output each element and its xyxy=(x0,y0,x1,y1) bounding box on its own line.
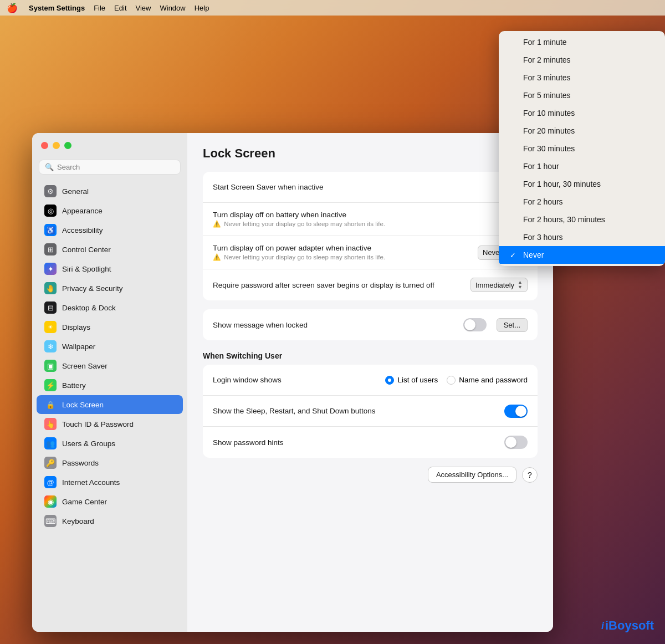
dropdown-item-for-20-minutes[interactable]: For 20 minutes xyxy=(499,122,665,140)
sidebar-icon-displays: ☀ xyxy=(44,321,57,333)
sidebar-label-screen-saver: Screen Saver xyxy=(62,362,108,370)
menu-view[interactable]: View xyxy=(136,4,151,12)
radio-list-users-label: List of users xyxy=(397,376,438,384)
system-settings-window: 🔍 ⚙ General ◎ Appearance ♿ Accessibility… xyxy=(32,133,553,632)
sidebar-label-desktop-dock: Desktop & Dock xyxy=(62,304,116,312)
maximize-button[interactable] xyxy=(64,142,71,149)
dropdown-item-for-1-hour[interactable]: For 1 hour xyxy=(499,157,665,175)
close-button[interactable] xyxy=(41,142,48,149)
dropdown-item-for-10-minutes[interactable]: For 10 minutes xyxy=(499,104,665,122)
login-window-radio-group: List of users Name and password xyxy=(385,376,528,385)
dropdown-check-icon: ✓ xyxy=(510,251,519,259)
sidebar-item-control-center[interactable]: ⊞ Control Center xyxy=(37,240,183,259)
sidebar-icon-touch-id: 👆 xyxy=(44,418,57,430)
password-hints-toggle[interactable] xyxy=(504,436,528,449)
sidebar-item-keyboard[interactable]: ⌨ Keyboard xyxy=(37,512,183,530)
minimize-button[interactable] xyxy=(53,142,60,149)
menu-file[interactable]: File xyxy=(94,4,105,12)
dropdown-item-for-1-hour,-30-minutes[interactable]: For 1 hour, 30 minutes xyxy=(499,175,665,193)
show-message-toggle[interactable] xyxy=(463,318,487,331)
sidebar-icon-appearance: ◎ xyxy=(44,205,57,217)
sidebar-item-lock-screen[interactable]: 🔒 Lock Screen xyxy=(37,395,183,414)
sidebar-icon-accessibility: ♿ xyxy=(44,224,57,236)
sidebar-label-lock-screen: Lock Screen xyxy=(62,401,104,409)
dropdown-item-never[interactable]: ✓ Never xyxy=(499,246,665,264)
show-message-label: Show message when locked xyxy=(213,321,463,329)
switching-user-title: When Switching User xyxy=(203,351,538,360)
sidebar-label-passwords: Passwords xyxy=(62,459,99,467)
sidebar-item-appearance[interactable]: ◎ Appearance xyxy=(37,201,183,220)
sidebar-icon-battery: ⚡ xyxy=(44,379,57,391)
sidebar-item-general[interactable]: ⚙ General xyxy=(37,182,183,201)
sidebar-label-game-center: Game Center xyxy=(62,498,107,506)
screen-saver-label: Start Screen Saver when inactive xyxy=(213,183,528,191)
sidebar-item-passwords[interactable]: 🔑 Passwords xyxy=(37,453,183,472)
watermark-text: iBoysoft xyxy=(605,619,654,633)
sleep-restart-row: Show the Sleep, Restart, and Shut Down b… xyxy=(203,396,538,427)
time-dropdown-menu[interactable]: For 1 minute For 2 minutes For 3 minutes… xyxy=(499,31,665,266)
sidebar-item-screen-saver[interactable]: ▣ Screen Saver xyxy=(37,356,183,375)
sidebar: 🔍 ⚙ General ◎ Appearance ♿ Accessibility… xyxy=(32,133,187,632)
dropdown-item-for-2-hours,-30-minutes[interactable]: For 2 hours, 30 minutes xyxy=(499,211,665,228)
radio-list-users-circle xyxy=(385,376,394,385)
sidebar-label-internet-accounts: Internet Accounts xyxy=(62,478,120,487)
warning-icon-2: ⚠️ xyxy=(213,254,221,260)
sidebar-label-appearance: Appearance xyxy=(62,207,103,215)
require-password-label: Require password after screen saver begi… xyxy=(213,281,470,289)
require-password-row: Require password after screen saver begi… xyxy=(203,269,538,300)
dropdown-item-for-30-minutes[interactable]: For 30 minutes xyxy=(499,140,665,157)
sidebar-item-game-center[interactable]: ◉ Game Center xyxy=(37,492,183,511)
menu-edit[interactable]: Edit xyxy=(114,4,126,12)
switching-user-section: Login window shows List of users Name an… xyxy=(203,365,538,458)
radio-name-password-label: Name and password xyxy=(459,376,528,384)
apple-menu-icon[interactable]: 🍎 xyxy=(7,3,18,13)
sidebar-item-desktop-dock[interactable]: ⊟ Desktop & Dock xyxy=(37,298,183,317)
menu-window[interactable]: Window xyxy=(160,4,185,12)
dropdown-item-for-3-minutes[interactable]: For 3 minutes xyxy=(499,69,665,86)
sidebar-icon-siri-spotlight: ✦ xyxy=(44,263,57,275)
radio-name-password[interactable]: Name and password xyxy=(447,376,528,385)
sidebar-item-users-groups[interactable]: 👥 Users & Groups xyxy=(37,434,183,453)
sidebar-item-wallpaper[interactable]: ❄ Wallpaper xyxy=(37,337,183,356)
sidebar-label-keyboard: Keyboard xyxy=(62,517,94,525)
dropdown-item-for-3-hours[interactable]: For 3 hours xyxy=(499,228,665,246)
sidebar-icon-passwords: 🔑 xyxy=(44,457,57,469)
search-box[interactable]: 🔍 xyxy=(39,160,181,175)
password-hints-toggle-knob xyxy=(505,437,516,448)
search-icon: 🔍 xyxy=(45,163,54,171)
sidebar-icon-game-center: ◉ xyxy=(44,495,57,508)
require-password-value: Immediately xyxy=(475,281,514,289)
sidebar-item-touch-id[interactable]: 👆 Touch ID & Password xyxy=(37,415,183,433)
help-button[interactable]: ? xyxy=(522,467,538,483)
sidebar-item-privacy-security[interactable]: 🤚 Privacy & Security xyxy=(37,279,183,298)
search-input[interactable] xyxy=(57,163,175,171)
dropdown-item-label: For 20 minutes xyxy=(523,126,575,135)
menu-system-settings[interactable]: System Settings xyxy=(29,4,85,12)
dropdown-item-label: For 3 minutes xyxy=(523,73,571,82)
sidebar-item-accessibility[interactable]: ♿ Accessibility xyxy=(37,221,183,239)
sidebar-item-displays[interactable]: ☀ Displays xyxy=(37,318,183,336)
sidebar-icon-desktop-dock: ⊟ xyxy=(44,301,57,314)
sleep-restart-label: Show the Sleep, Restart, and Shut Down b… xyxy=(213,407,504,415)
sidebar-item-battery[interactable]: ⚡ Battery xyxy=(37,376,183,395)
radio-list-users[interactable]: List of users xyxy=(385,376,438,385)
show-message-row: Show message when locked Set... xyxy=(203,309,538,340)
sidebar-items-list: ⚙ General ◎ Appearance ♿ Accessibility ⊞… xyxy=(32,181,187,531)
sidebar-item-siri-spotlight[interactable]: ✦ Siri & Spotlight xyxy=(37,259,183,278)
require-password-stepper[interactable]: Immediately ▲ ▼ xyxy=(470,278,528,292)
dropdown-item-for-5-minutes[interactable]: For 5 minutes xyxy=(499,86,665,104)
dropdown-item-label: For 30 minutes xyxy=(523,144,575,153)
dropdown-item-for-2-minutes[interactable]: For 2 minutes xyxy=(499,51,665,69)
dropdown-item-label: For 1 minute xyxy=(523,38,567,47)
accessibility-options-button[interactable]: Accessibility Options... xyxy=(428,467,516,483)
stepper-arrows-2: ▲ ▼ xyxy=(518,280,523,290)
dropdown-item-for-2-hours[interactable]: For 2 hours xyxy=(499,193,665,211)
dropdown-item-label: For 2 hours, 30 minutes xyxy=(523,215,605,224)
sleep-restart-toggle[interactable] xyxy=(504,405,528,418)
dropdown-item-for-1-minute[interactable]: For 1 minute xyxy=(499,33,665,51)
set-message-button[interactable]: Set... xyxy=(497,318,528,332)
sidebar-item-internet-accounts[interactable]: @ Internet Accounts xyxy=(37,473,183,492)
sidebar-icon-control-center: ⊞ xyxy=(44,243,57,255)
login-window-row: Login window shows List of users Name an… xyxy=(203,365,538,396)
menu-help[interactable]: Help xyxy=(195,4,209,12)
